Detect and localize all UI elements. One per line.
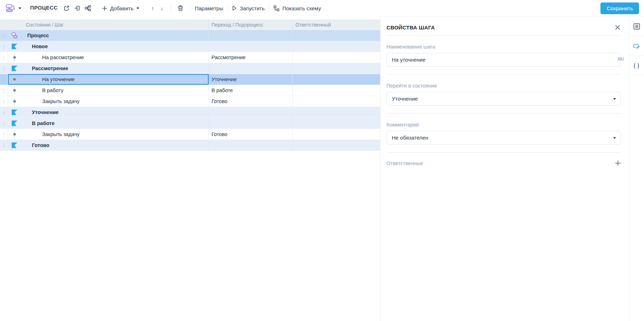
row-name-cell[interactable]: На уточнение — [21, 74, 209, 85]
toolbar-separator — [171, 4, 171, 13]
process-name-button[interactable]: ПРОЦЕСС — [30, 5, 58, 12]
save-button[interactable]: Сохранить — [600, 2, 639, 14]
process-type-menu[interactable] — [5, 4, 21, 13]
move-to-folder-button[interactable] — [72, 3, 83, 13]
row-transition-cell[interactable]: Готово — [209, 96, 293, 107]
row-transition-cell[interactable] — [209, 63, 293, 74]
drag-handle-icon[interactable]: ⋮ — [0, 63, 8, 74]
row-responsible-cell[interactable] — [293, 74, 380, 85]
delete-button[interactable] — [175, 3, 186, 13]
braces-icon: { } — [633, 62, 639, 68]
edit-card-icon — [633, 43, 640, 49]
row-name-cell[interactable]: Закрыть задачу — [21, 96, 209, 107]
comment-value: Не обязателен — [392, 135, 428, 141]
row-responsible-cell[interactable] — [293, 52, 380, 63]
row-responsible-cell[interactable] — [293, 63, 380, 74]
row-name-cell[interactable]: Новое — [21, 41, 209, 52]
drag-handle-icon[interactable]: ⋮ — [0, 96, 8, 107]
table-row[interactable]: ⋮ — [0, 41, 380, 52]
app-window: ПРОЦЕСС — [0, 0, 644, 321]
move-down-button[interactable]: ↓ — [157, 5, 166, 11]
show-schema-button[interactable]: Показать схему — [273, 5, 321, 11]
go-to-state-label: Перейти в состояние — [386, 83, 621, 89]
table-row[interactable]: ⋮ — [0, 140, 380, 151]
hierarchy-button[interactable] — [83, 3, 93, 13]
drag-handle-icon[interactable]: ⋮ — [0, 129, 8, 140]
state-flag-icon — [12, 120, 17, 126]
table-row[interactable]: ⋮ — [0, 129, 380, 140]
step-dot-icon — [13, 75, 16, 84]
row-type-icon — [8, 96, 21, 107]
row-transition-cell[interactable]: Готово — [209, 129, 293, 140]
table-row[interactable]: ⋮ — [0, 30, 380, 41]
caret-down-icon — [613, 98, 616, 100]
step-name-input[interactable] — [386, 53, 621, 67]
row-transition-cell[interactable]: Уточнение — [209, 74, 293, 85]
row-transition-cell[interactable] — [209, 41, 293, 52]
drag-handle-icon[interactable]: ⋮ — [0, 118, 8, 129]
row-name-cell[interactable]: Закрыть задачу — [21, 129, 209, 140]
table-row[interactable]: ⋮ — [0, 96, 380, 107]
step-dot-icon — [13, 53, 16, 62]
add-button[interactable]: Добавить — [102, 5, 139, 11]
column-header-transition: Переход / Подпроцесс — [209, 19, 293, 30]
table-row[interactable]: ⋮ — [0, 118, 380, 129]
row-name-label: Процесс — [27, 33, 49, 38]
tab-step-list[interactable] — [629, 17, 644, 36]
row-name-label: Уточнение — [32, 109, 58, 115]
row-responsible-cell[interactable] — [293, 118, 380, 129]
row-type-icon — [8, 63, 21, 74]
close-icon[interactable] — [615, 25, 620, 30]
table-row[interactable]: ⋮ — [0, 107, 380, 118]
row-name-cell[interactable]: На рассмотрение — [21, 52, 209, 63]
comment-select[interactable]: Не обязателен — [386, 131, 621, 145]
drag-handle-icon[interactable]: ⋮ — [0, 107, 8, 118]
row-responsible-cell[interactable] — [293, 30, 380, 41]
row-transition-cell[interactable]: Рассмотрение — [209, 52, 293, 63]
row-transition-cell[interactable]: В работе — [209, 85, 293, 96]
state-flag-icon — [12, 142, 17, 148]
row-type-icon — [8, 129, 21, 140]
row-transition-cell[interactable] — [209, 107, 293, 118]
row-responsible-cell[interactable] — [293, 96, 380, 107]
row-name-cell[interactable]: Процесс — [21, 30, 209, 41]
row-name-cell[interactable]: В работе — [21, 118, 209, 129]
row-name-cell[interactable]: В работу — [21, 85, 209, 96]
table-row[interactable]: ⋮ — [0, 74, 380, 85]
drag-handle-icon[interactable]: ⋮ — [0, 140, 8, 151]
row-transition-cell[interactable] — [209, 140, 293, 151]
row-transition-cell[interactable] — [209, 30, 293, 41]
drag-handle-icon[interactable]: ⋮ — [0, 52, 8, 63]
row-transition-cell[interactable] — [209, 118, 293, 129]
drag-handle-icon[interactable]: ⋮ — [0, 41, 8, 52]
row-name-cell[interactable]: Рассмотрение — [21, 63, 209, 74]
run-button[interactable]: Запустить — [232, 5, 265, 11]
responsible-label: Ответственные — [386, 160, 423, 166]
drag-handle-icon[interactable]: ⋮ — [0, 85, 8, 96]
go-to-state-select[interactable]: Уточнение — [386, 92, 621, 106]
row-responsible-cell[interactable] — [293, 129, 380, 140]
add-responsible-button[interactable] — [615, 160, 621, 166]
row-responsible-cell[interactable] — [293, 41, 380, 52]
row-responsible-cell[interactable] — [293, 107, 380, 118]
open-external-button[interactable] — [61, 3, 72, 13]
table-row[interactable]: ⋮ — [0, 63, 380, 74]
row-name-cell[interactable]: Уточнение — [21, 107, 209, 118]
caret-down-icon — [18, 7, 21, 9]
state-flag-icon — [12, 109, 17, 115]
table-row[interactable]: ⋮ — [0, 52, 380, 63]
move-up-button[interactable]: ↑ — [148, 5, 157, 11]
tab-json-code[interactable]: { } — [629, 56, 644, 75]
tab-edit-form[interactable] — [629, 36, 644, 56]
row-name-label: Закрыть задачу — [42, 131, 80, 137]
drag-handle-icon[interactable]: ⋮ — [0, 74, 8, 85]
row-name-label: Закрыть задачу — [42, 98, 80, 104]
row-name-cell[interactable]: Готово — [21, 140, 209, 151]
drag-handle-icon[interactable]: ⋮ — [0, 30, 8, 41]
caret-down-icon — [613, 137, 616, 139]
row-responsible-cell[interactable] — [293, 140, 380, 151]
run-button-label: Запустить — [240, 5, 265, 11]
parameters-button[interactable]: Параметры — [195, 5, 223, 11]
table-row[interactable]: ⋮ — [0, 85, 380, 96]
row-responsible-cell[interactable] — [293, 85, 380, 96]
